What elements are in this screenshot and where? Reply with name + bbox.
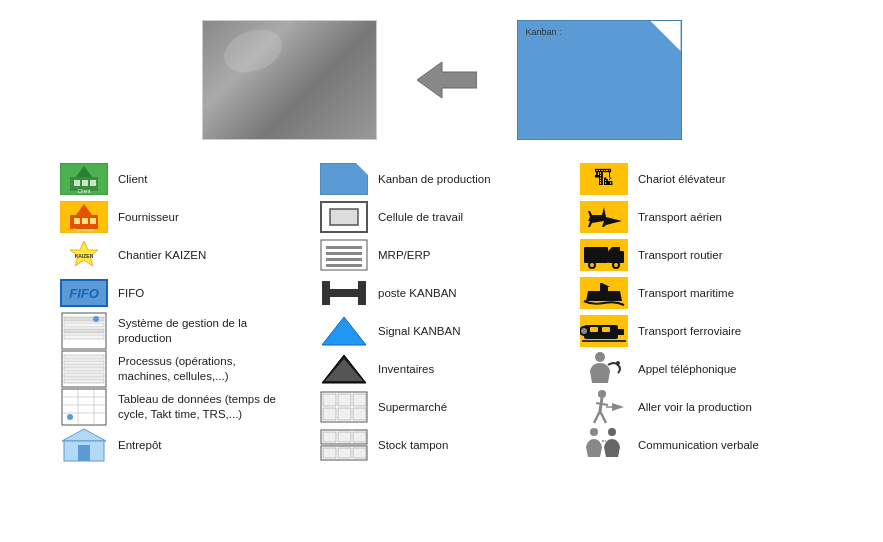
svg-point-95	[598, 390, 606, 398]
svg-rect-74	[584, 247, 608, 263]
legend-item-fournisseur: Fournisseur Fournisseur	[60, 201, 320, 233]
svg-rect-11	[74, 218, 80, 224]
legend-item-communication: Communication verbale	[580, 429, 840, 461]
communication-icon	[580, 429, 628, 461]
svg-rect-19	[64, 323, 104, 327]
transport-maritime-icon	[580, 277, 628, 309]
stock-label: Stock tampon	[378, 438, 448, 453]
chariot-icon: 🏗	[580, 163, 628, 195]
svg-text:KAIZEN: KAIZEN	[75, 253, 94, 259]
voir-prod-icon	[580, 391, 628, 423]
svg-rect-89	[618, 329, 624, 335]
legend-item-tableau: Tableau de données (temps de cycle, Takt…	[60, 391, 320, 423]
legend-item-kanban-prod: Kanban de production	[320, 163, 580, 195]
legend-item-voir-prod: Aller voir la production	[580, 391, 840, 423]
svg-rect-27	[64, 373, 104, 377]
legend-item-transport-routier: Transport routier	[580, 239, 840, 271]
svg-rect-46	[326, 258, 362, 261]
kaizen-label: Chantier KAIZEN	[118, 248, 206, 263]
entrepot-icon	[60, 429, 108, 461]
mrp-icon	[320, 239, 368, 271]
transport-ferroviaire-label: Transport ferroviaire	[638, 324, 741, 339]
legend-item-kaizen: KAIZEN Chantier KAIZEN	[60, 239, 320, 271]
svg-point-103	[608, 428, 616, 436]
svg-marker-53	[325, 359, 363, 381]
svg-point-102	[590, 428, 598, 436]
svg-text:Fournisseur: Fournisseur	[73, 227, 95, 232]
svg-point-78	[590, 263, 594, 267]
cellule-label: Cellule de travail	[378, 210, 463, 225]
tableau-label: Tableau de données (temps de cycle, Takt…	[118, 392, 288, 422]
legend-item-poste: poste KANBAN	[320, 277, 580, 309]
legend-column-2: Kanban de production Cellule de travail	[320, 163, 580, 461]
legend-item-signal: Signal KANBAN	[320, 315, 580, 347]
svg-rect-21	[64, 335, 104, 339]
svg-point-80	[614, 263, 618, 267]
svg-point-22	[93, 316, 99, 322]
signal-label: Signal KANBAN	[378, 324, 460, 339]
poste-icon	[320, 277, 368, 309]
legend-column-3: 🏗 Chariot élévateur Transport aérien	[580, 163, 840, 461]
svg-marker-36	[62, 429, 106, 441]
svg-rect-57	[353, 394, 366, 406]
svg-line-97	[596, 403, 608, 405]
svg-rect-55	[323, 394, 336, 406]
svg-marker-51	[322, 317, 366, 345]
legend-item-transport-ferroviaire: Transport ferroviaire	[580, 315, 840, 347]
signal-icon	[320, 315, 368, 347]
fifo-icon: FIFO	[60, 277, 108, 309]
kanban-prod-label: Kanban de production	[378, 172, 491, 187]
svg-rect-26	[64, 367, 104, 371]
entrepot-label: Entrepôt	[118, 438, 161, 453]
svg-rect-12	[82, 218, 88, 224]
tableau-icon	[60, 391, 108, 423]
mrp-label: MRP/ERP	[378, 248, 430, 263]
svg-rect-5	[82, 180, 88, 186]
svg-rect-4	[74, 180, 80, 186]
kanban-label: Kanban :	[526, 27, 562, 37]
legend-item-sgp: Système de gestion de la production	[60, 315, 320, 347]
svg-rect-45	[326, 252, 362, 255]
svg-rect-86	[584, 325, 618, 339]
kanban-prod-icon	[320, 163, 368, 195]
svg-rect-56	[338, 394, 351, 406]
processus-icon	[60, 353, 108, 385]
svg-rect-50	[322, 289, 366, 297]
svg-rect-67	[338, 448, 351, 458]
svg-rect-25	[64, 361, 104, 365]
legend-item-processus: Processus (opérations, machines, cellule…	[60, 353, 320, 385]
legend-section: Client Client Fournisseur Fournisseur	[0, 155, 883, 469]
legend-item-cellule: Cellule de travail	[320, 201, 580, 233]
svg-rect-38	[78, 445, 90, 461]
sgp-label: Système de gestion de la production	[118, 316, 288, 346]
top-section: Kanban :	[0, 0, 883, 150]
svg-rect-68	[353, 448, 366, 458]
legend-item-transport-aerien: Transport aérien	[580, 201, 840, 233]
svg-rect-83	[600, 283, 602, 291]
appel-tel-icon	[580, 353, 628, 385]
inventaires-icon	[320, 353, 368, 385]
svg-rect-60	[353, 408, 366, 420]
svg-marker-100	[612, 403, 624, 411]
svg-point-35	[67, 414, 73, 420]
svg-line-98	[594, 411, 600, 423]
legend-item-entrepot: Entrepôt	[60, 429, 320, 461]
supermarche-icon	[320, 391, 368, 423]
arrow-icon	[417, 60, 477, 100]
fifo-label: FIFO	[118, 286, 144, 301]
svg-line-99	[600, 411, 606, 423]
chariot-label: Chariot élévateur	[638, 172, 726, 187]
legend-item-transport-maritime: Transport maritime	[580, 277, 840, 309]
svg-rect-58	[323, 408, 336, 420]
inventaires-label: Inventaires	[378, 362, 434, 377]
svg-rect-44	[326, 246, 362, 249]
svg-point-88	[581, 328, 587, 334]
kanban-card: Kanban :	[517, 20, 682, 140]
svg-point-93	[595, 352, 605, 362]
svg-marker-0	[417, 62, 477, 98]
transport-ferroviaire-icon	[580, 315, 628, 347]
client-icon: Client	[60, 163, 108, 195]
fournisseur-icon: Fournisseur	[60, 201, 108, 233]
svg-rect-39	[320, 163, 368, 195]
poste-label: poste KANBAN	[378, 286, 457, 301]
